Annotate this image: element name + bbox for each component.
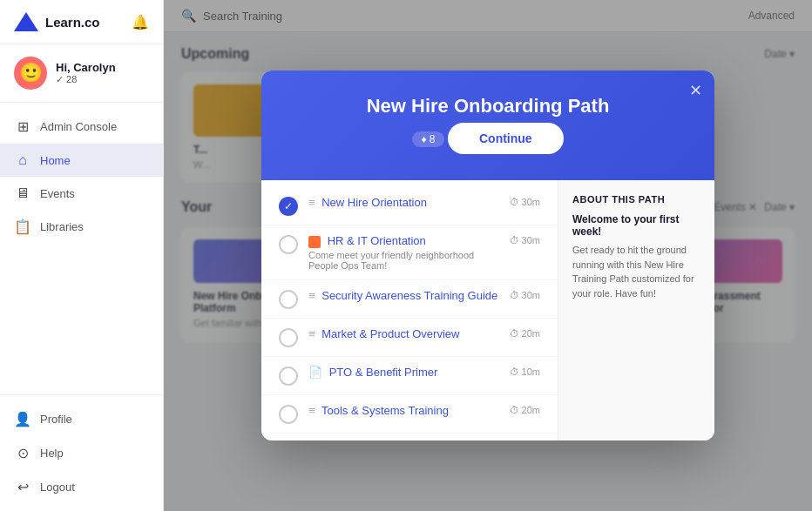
- modal-badge: ♦ 8: [412, 131, 443, 147]
- path-item[interactable]: ✓ ≡ New Hire Orientation ⏱ 30m: [261, 187, 558, 225]
- item-status-icon: [279, 235, 298, 254]
- libraries-icon: 📋: [14, 219, 31, 235]
- item-duration: ⏱ 30m: [510, 290, 540, 300]
- item-title: ≡ Tools & Systems Training: [308, 404, 499, 417]
- path-item[interactable]: ≡ Security Awareness Training Guide ⏱ 30…: [261, 280, 558, 319]
- modal-body: ✓ ≡ New Hire Orientation ⏱ 30m: [261, 180, 714, 440]
- item-status-icon: ✓: [279, 197, 298, 216]
- sidebar-item-profile[interactable]: 👤 Profile: [0, 402, 163, 436]
- sidebar-item-label: Logout: [40, 481, 75, 494]
- item-status-icon: [279, 366, 298, 386]
- sidebar-item-label: Libraries: [40, 220, 84, 233]
- path-item[interactable]: ≡ Tools & Systems Training ⏱ 20m: [261, 395, 558, 434]
- about-subtitle: Welcome to your first week!: [572, 213, 700, 238]
- logo-text: Learn.co: [45, 15, 100, 30]
- home-icon: ⌂: [14, 152, 31, 168]
- modal-title: New Hire Onboarding Path: [282, 95, 694, 118]
- list-icon: ≡: [308, 327, 315, 340]
- item-duration: ⏱ 10m: [510, 366, 540, 377]
- item-status-icon: [279, 405, 298, 424]
- list-icon: ≡: [308, 289, 315, 302]
- item-duration: ⏱ 30m: [510, 235, 540, 245]
- grid-icon: ⊞: [14, 118, 31, 135]
- item-title: ≡ New Hire Orientation: [308, 196, 499, 209]
- item-title: ≡ Market & Product Overview: [308, 327, 499, 340]
- bell-icon[interactable]: 🔔: [132, 14, 149, 30]
- item-duration: ⏱ 20m: [510, 328, 540, 339]
- sidebar-bottom-nav: 👤 Profile ⊙ Help ↩ Logout: [0, 394, 163, 511]
- about-panel: ABOUT THIS PATH Welcome to your first we…: [558, 180, 714, 440]
- item-title: HR & IT Orientation: [308, 234, 499, 248]
- path-list: ✓ ≡ New Hire Orientation ⏱ 30m: [261, 180, 558, 440]
- sidebar-item-label: Help: [40, 447, 64, 460]
- item-duration: ⏱ 30m: [510, 197, 540, 207]
- about-title: ABOUT THIS PATH: [572, 194, 700, 205]
- logo-area: Learn.co 🔔: [0, 0, 163, 44]
- sidebar-item-label: Admin Console: [40, 120, 117, 133]
- path-item[interactable]: HR & IT Orientation Come meet your frien…: [261, 225, 558, 280]
- sidebar-item-label: Events: [40, 187, 75, 200]
- path-item[interactable]: 📄 PTO & Benefit Primer ⏱ 10m: [261, 357, 558, 395]
- item-subtitle: Come meet your friendly neighborhood Peo…: [308, 250, 499, 271]
- avatar-image: 🙂: [19, 62, 43, 84]
- events-icon: 🖥: [14, 185, 31, 201]
- path-item[interactable]: ≡ Market & Product Overview ⏱ 20m: [261, 319, 558, 357]
- sidebar-item-libraries[interactable]: 📋 Libraries: [0, 210, 163, 244]
- user-badge: ✓ 28: [56, 74, 116, 85]
- user-info: Hi, Carolyn ✓ 28: [56, 61, 116, 85]
- item-title: 📄 PTO & Benefit Primer: [308, 366, 499, 379]
- item-title: ≡ Security Awareness Training Guide: [308, 289, 499, 302]
- list-icon: ≡: [308, 404, 315, 417]
- sidebar-item-home[interactable]: ⌂ Home: [0, 144, 163, 177]
- list-icon: ≡: [308, 196, 315, 209]
- profile-icon: 👤: [14, 411, 31, 427]
- user-greeting: Hi, Carolyn: [56, 61, 116, 74]
- item-status-icon: [279, 290, 298, 309]
- hr-icon: [308, 236, 321, 248]
- item-status-icon: [279, 328, 298, 347]
- item-duration: ⏱ 20m: [510, 405, 540, 415]
- logout-icon: ↩: [14, 479, 31, 495]
- sidebar-item-help[interactable]: ⊙ Help: [0, 436, 163, 470]
- about-description: Get ready to hit the ground running with…: [572, 243, 700, 300]
- modal-header: ✕ New Hire Onboarding Path ♦ 8 Continue: [261, 71, 714, 180]
- avatar: 🙂: [14, 57, 47, 90]
- sidebar-item-label: Profile: [40, 413, 72, 426]
- doc-icon: 📄: [308, 366, 322, 379]
- sidebar-item-admin-console[interactable]: ⊞ Admin Console: [0, 110, 163, 144]
- sidebar-item-logout[interactable]: ↩ Logout: [0, 470, 163, 504]
- logo: Learn.co: [14, 12, 100, 31]
- modal-overlay: ✕ New Hire Onboarding Path ♦ 8 Continue …: [164, 0, 812, 511]
- continue-button[interactable]: Continue: [448, 123, 564, 154]
- logo-icon: [14, 12, 38, 31]
- main-content: 🔍 Advanced Upcoming Date ▾ T... W... You…: [164, 0, 812, 511]
- sidebar-item-events[interactable]: 🖥 Events: [0, 177, 163, 210]
- modal-dialog: ✕ New Hire Onboarding Path ♦ 8 Continue …: [261, 71, 714, 440]
- sidebar: Learn.co 🔔 🙂 Hi, Carolyn ✓ 28 ⊞ Admin Co…: [0, 0, 164, 511]
- user-profile-area: 🙂 Hi, Carolyn ✓ 28: [0, 44, 163, 103]
- sidebar-item-label: Home: [40, 154, 71, 167]
- help-icon: ⊙: [14, 445, 31, 461]
- close-button[interactable]: ✕: [689, 81, 702, 100]
- main-nav: ⊞ Admin Console ⌂ Home 🖥 Events 📋 Librar…: [0, 103, 163, 394]
